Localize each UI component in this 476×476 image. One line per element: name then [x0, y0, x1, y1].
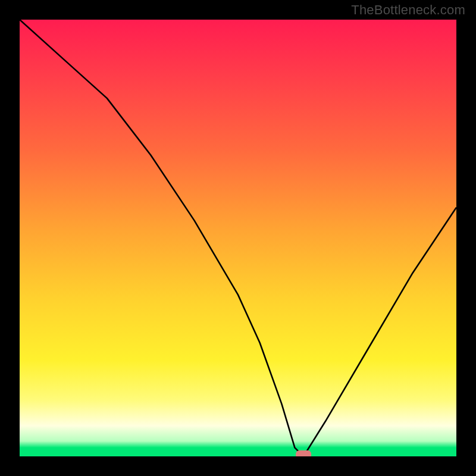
optimum-marker [296, 450, 311, 456]
watermark-text: TheBottleneck.com [351, 2, 465, 18]
chart-frame: TheBottleneck.com [0, 0, 476, 476]
plot-area [20, 20, 456, 456]
bottleneck-curve [20, 20, 456, 456]
curve-path [20, 20, 456, 456]
